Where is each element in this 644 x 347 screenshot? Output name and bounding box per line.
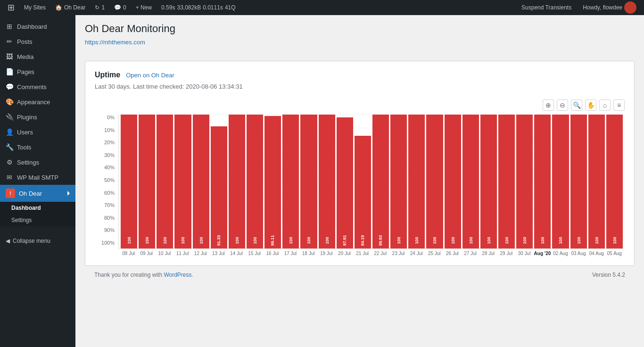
bar-col: 100 [570, 115, 587, 248]
bar: 100 [157, 115, 173, 248]
x-axis-label: 13 Jul [210, 251, 227, 256]
bar-col: 100 [408, 115, 425, 248]
bar-col: 100 [139, 115, 155, 248]
bar-value-label: 100 [486, 237, 491, 244]
bar-value-label: 100 [289, 237, 293, 244]
sidebar-item-tools[interactable]: 🔧 Tools [0, 140, 75, 155]
chart-controls: ⊕ ⊖ 🔍 ✋ ⌂ ≡ [95, 99, 625, 111]
bar-col: 100 [193, 115, 209, 248]
site-url-link[interactable]: https://mhthemes.com [85, 39, 145, 46]
oh-dear-sub-settings[interactable]: Settings [0, 214, 75, 226]
sidebar-item-posts[interactable]: ✏ Posts [0, 34, 75, 49]
sidebar-item-dashboard[interactable]: ⊞ Dashboard [0, 19, 75, 34]
sidebar-item-appearance[interactable]: 🎨 Appearance [0, 94, 75, 109]
bar-col: 100 [229, 115, 245, 248]
howdy-link[interactable]: Howdy, flowdee [579, 0, 640, 15]
main-content: Oh Dear Monitoring https://mhthemes.com … [75, 15, 644, 347]
bar-col: 100 [282, 115, 299, 248]
x-axis-label: 04 Aug [588, 251, 605, 256]
sidebar-item-users[interactable]: 👤 Users [0, 124, 75, 140]
sidebar-item-settings[interactable]: ⚙ Settings [0, 155, 75, 170]
bar-value-label: 100 [414, 237, 419, 244]
x-axis-label: 20 Jul [336, 251, 353, 256]
bar: 100 [121, 115, 137, 248]
x-axis-label: 10 Jul [156, 251, 173, 256]
bar: 100 [462, 115, 479, 248]
my-sites-link[interactable]: My Sites [20, 0, 50, 15]
updates-link[interactable]: ↻ 1 [91, 0, 108, 15]
bar: 100 [426, 115, 443, 248]
bar-value-label: 99.93 [379, 235, 383, 246]
settings-icon: ⚙ [6, 158, 13, 166]
collapse-menu-button[interactable]: ◀ Collapse menu [0, 234, 75, 248]
bar: 100 [552, 115, 569, 248]
sidebar-item-oh-dear[interactable]: ! Oh Dear [0, 185, 75, 202]
bar-col: 100 [588, 115, 605, 248]
adminbar-left: ⊞ My Sites 🏠 Oh Dear ↻ 1 💬 0 + New 0.59s… [4, 0, 518, 15]
bar-col: 100 [157, 115, 173, 248]
bar: 100 [570, 115, 587, 248]
bar-col: 100 [319, 115, 335, 248]
zoom-out-button[interactable]: ⊖ [557, 99, 568, 111]
wp-version: Version 5.4.2 [592, 272, 625, 278]
x-axis-label: 23 Jul [390, 251, 406, 256]
wp-logo[interactable]: ⊞ [4, 0, 18, 15]
new-content-link[interactable]: + New [132, 0, 156, 15]
pan-button[interactable]: ✋ [585, 99, 596, 111]
x-axis-label: 24 Jul [408, 251, 425, 256]
x-axis-label: 21 Jul [354, 251, 371, 256]
zoom-in-button[interactable]: ⊕ [543, 99, 554, 111]
sidebar-item-plugins[interactable]: 🔌 Plugins [0, 109, 75, 124]
bar: 91.33 [211, 126, 227, 248]
reset-zoom-button[interactable]: ⌂ [599, 99, 611, 111]
bar: 99.11 [264, 116, 281, 248]
open-oh-dear-link[interactable]: Open on Oh Dear [126, 72, 174, 79]
bar-value-label: 100 [163, 237, 167, 244]
bar-col: 100 [462, 115, 479, 248]
bar-value-label: 100 [198, 237, 203, 244]
comments-link[interactable]: 💬 0 [110, 0, 130, 15]
menu-button[interactable]: ≡ [613, 99, 625, 111]
x-axis-label: Aug '20 [534, 251, 551, 256]
card-title: Uptime [95, 71, 120, 79]
x-axis-label: 14 Jul [228, 251, 245, 256]
bar-col: 100 [498, 115, 515, 248]
oh-dear-sub-dashboard[interactable]: Dashboard [0, 202, 75, 214]
bar: 84.19 [355, 136, 371, 248]
bar-col: 91.33 [211, 115, 227, 248]
site-name-link[interactable]: 🏠 Oh Dear [51, 0, 89, 15]
x-axis-label: 12 Jul [192, 251, 209, 256]
bars-container: 10010010010010091.3310010099.11100100100… [118, 115, 625, 249]
page-title: Oh Dear Monitoring [85, 23, 635, 35]
collapse-icon: ◀ [6, 238, 10, 244]
bar-col: 100 [300, 115, 317, 248]
sidebar-item-wpmail[interactable]: ✉ WP Mail SMTP [0, 170, 75, 185]
bar-col: 100 [606, 115, 623, 248]
bar-value-label: 100 [576, 237, 581, 244]
x-axis-label: 22 Jul [372, 251, 388, 256]
wpmail-icon: ✉ [6, 174, 13, 181]
admin-menu: ⊞ Dashboard ✏ Posts 🖼 Media 📄 Pages 💬 Co… [0, 15, 75, 347]
bar: 100 [498, 115, 515, 248]
bar-col: 100 [390, 115, 407, 248]
x-axis-label: 28 Jul [480, 251, 496, 256]
users-icon: 👤 [6, 128, 13, 136]
bar-value-label: 100 [396, 237, 401, 244]
bar-value-label: 100 [181, 237, 185, 244]
bar-col: 100 [516, 115, 533, 248]
perf-info: 0.59s 33,082kB 0.0111s 41Q [157, 0, 239, 15]
x-axis-label: 03 Aug [570, 251, 586, 256]
oh-dear-submenu: Dashboard Settings [0, 202, 75, 226]
bar: 100 [408, 115, 425, 248]
bar-value-label: 100 [127, 237, 132, 244]
footer-text: Thank you for creating with WordPress. [94, 272, 193, 278]
sidebar-item-pages[interactable]: 📄 Pages [0, 64, 75, 79]
x-axis-label: 02 Aug [552, 251, 569, 256]
uptime-card: Uptime Open on Oh Dear Last 30 days. Las… [85, 61, 635, 266]
suspend-transients-link[interactable]: Suspend Transients [518, 0, 575, 15]
sidebar-item-media[interactable]: 🖼 Media [0, 49, 75, 64]
sidebar-item-comments[interactable]: 💬 Comments [0, 79, 75, 94]
dashboard-icon: ⊞ [6, 23, 13, 30]
zoom-select-button[interactable]: 🔍 [571, 99, 582, 111]
wordpress-link[interactable]: WordPress [164, 272, 191, 278]
